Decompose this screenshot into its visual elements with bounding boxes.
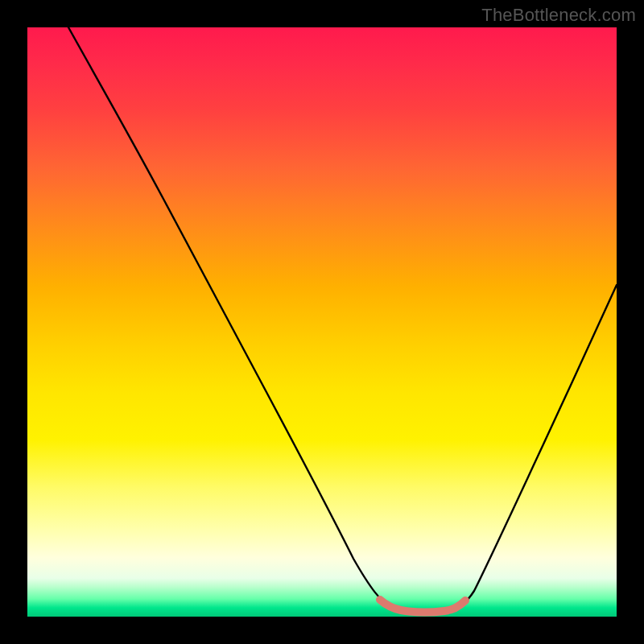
chart-highlight-segment	[380, 600, 465, 612]
watermark-text: TheBottleneck.com	[481, 5, 636, 26]
chart-curve	[68, 27, 617, 611]
chart-svg	[27, 27, 617, 617]
chart-plot-area	[27, 27, 617, 617]
